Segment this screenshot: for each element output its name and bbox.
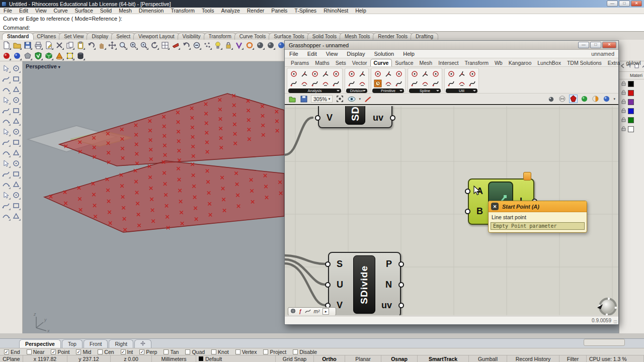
status-cell-2[interactable]: y 237.12	[67, 355, 111, 362]
menu-tools[interactable]: Tools	[198, 8, 218, 14]
menu-panels[interactable]: Panels	[268, 8, 291, 14]
toolbar-tab-mesh-tools[interactable]: Mesh Tools	[340, 33, 375, 40]
lamp-icon[interactable]	[213, 40, 222, 50]
osnap-knot[interactable]: Knot	[211, 349, 229, 355]
gh-minimize-button[interactable]: —	[578, 42, 589, 48]
solid-box-tool-icon[interactable]	[1, 126, 11, 137]
input-port-U[interactable]	[325, 282, 331, 288]
toolbar-tab-display[interactable]: Display	[87, 33, 113, 40]
script-widget-icon[interactable]: ƒ	[299, 309, 302, 314]
gh-menu-display[interactable]: Display	[342, 51, 369, 57]
dark-solid-icon[interactable]	[75, 51, 85, 60]
toolbar-tab-viewport-layout[interactable]: Viewport Layout	[133, 33, 180, 40]
sphere-dark-1-icon[interactable]	[255, 40, 265, 50]
cut-icon[interactable]	[54, 40, 64, 50]
shaded-display-icon[interactable]	[569, 95, 578, 103]
length-icon[interactable]	[331, 78, 341, 88]
set-view-icon[interactable]	[171, 40, 180, 50]
gh-tab-intersect[interactable]: Intersect	[435, 59, 461, 66]
gh-component-sdivide[interactable]: SDivideSUVPNuv	[328, 252, 401, 315]
layer-green-swatch[interactable]	[628, 117, 634, 123]
layer-red-row[interactable]	[619, 88, 644, 98]
tween-curve-icon[interactable]	[430, 78, 441, 88]
extend-curve-icon[interactable]	[456, 78, 467, 88]
zoom-dynamic-icon[interactable]	[118, 40, 127, 50]
open-file-icon[interactable]	[12, 40, 22, 50]
render-red-sphere-icon[interactable]	[2, 51, 11, 60]
layer-white-row[interactable]	[619, 125, 644, 134]
layer-purple-row[interactable]	[619, 98, 644, 107]
discontinuity-icon[interactable]	[299, 78, 309, 88]
offset-tool-icon[interactable]	[11, 168, 21, 179]
custom-preview-icon[interactable]	[591, 95, 600, 103]
line-sdl-icon[interactable]	[383, 78, 393, 88]
gh-close-button[interactable]: ✕	[602, 42, 616, 48]
surface-revolve-tool-icon[interactable]	[1, 137, 11, 147]
copy-icon[interactable]	[65, 40, 74, 50]
osnap-knot-checkbox[interactable]	[211, 349, 216, 354]
canvas-compass-widget[interactable]	[596, 296, 618, 315]
gh-tab-params[interactable]: Params	[288, 59, 312, 66]
menu-help[interactable]: Help	[352, 8, 370, 14]
join-curves-icon[interactable]	[446, 69, 456, 78]
gh-tab-extra[interactable]: Extra	[605, 59, 623, 66]
osnap-quad[interactable]: Quad	[185, 349, 205, 355]
ellipse-tool-icon[interactable]	[11, 84, 21, 95]
osnap-tan[interactable]: Tan	[164, 349, 179, 355]
chamfer-tool-icon[interactable]	[11, 158, 21, 168]
gh-tab-vector[interactable]: Vector	[349, 59, 370, 66]
new-viewport-icon[interactable]	[134, 339, 151, 348]
menu-transform[interactable]: Transform	[167, 8, 198, 14]
menu-solid[interactable]: Solid	[97, 8, 115, 14]
bezier-span-icon[interactable]	[420, 69, 430, 78]
osnap-vertex[interactable]: Vertex	[235, 349, 257, 355]
grasshopper-titlebar[interactable]: Grasshopper - unnamed — □ ✕	[285, 41, 618, 50]
menu-rhinonest[interactable]: RhinoNest	[320, 8, 352, 14]
solid-sphere-tool-icon[interactable]	[11, 126, 21, 137]
input-port-A[interactable]	[465, 189, 470, 194]
boolean-split-tool-icon[interactable]	[11, 147, 21, 158]
output-port-uv[interactable]	[390, 115, 395, 121]
osnap-project-checkbox[interactable]	[263, 349, 268, 354]
red-slab-upper[interactable]	[59, 94, 284, 166]
menu-analyze[interactable]: Analyze	[217, 8, 243, 14]
lock-icon[interactable]	[621, 108, 626, 114]
output-port-P[interactable]	[398, 261, 404, 267]
open-document-icon[interactable]	[288, 95, 296, 103]
transform-tool-icon[interactable]	[11, 200, 21, 211]
osnap-perp[interactable]: ✓Perp	[139, 349, 157, 355]
kinky-curve-icon[interactable]	[420, 78, 430, 88]
line-icon[interactable]	[372, 69, 383, 78]
surface-curve-tool-icon[interactable]	[11, 116, 21, 126]
layer-purple-swatch[interactable]	[628, 99, 634, 105]
paint-brush-icon[interactable]	[364, 95, 372, 103]
curve-handle-tool-icon[interactable]	[11, 105, 21, 116]
zoom-selected-icon[interactable]	[139, 40, 148, 50]
circle-tool-icon[interactable]	[245, 40, 254, 50]
curvature-icon[interactable]	[288, 78, 299, 88]
osnap-disable-checkbox[interactable]	[293, 349, 298, 354]
view-tab-top[interactable]: Top	[62, 339, 83, 348]
preview-eye-icon[interactable]	[347, 95, 356, 103]
fillet-tool-icon[interactable]	[1, 158, 11, 168]
status-cell-1[interactable]: x 1197.82	[23, 355, 67, 362]
menu-t-splines[interactable]: T-Splines	[291, 8, 320, 14]
closest-point-icon[interactable]	[299, 69, 309, 78]
sphere-dark-2-icon[interactable]	[266, 40, 275, 50]
select-points-icon[interactable]	[202, 40, 212, 50]
expand-widgets-button[interactable]: ▸	[323, 308, 329, 315]
osnap-end-checkbox[interactable]: ✓	[4, 349, 9, 354]
interpolate-icon[interactable]	[409, 69, 420, 78]
toolbar-tab-curve-tools[interactable]: Curve Tools	[234, 33, 271, 40]
save-document-icon[interactable]	[299, 95, 308, 103]
gh-menu-file[interactable]: File	[285, 51, 303, 57]
menu-curve[interactable]: Curve	[50, 8, 71, 14]
arc-3pt-icon[interactable]	[393, 78, 404, 88]
ribbon-group-label-spline[interactable]: Spline	[409, 88, 441, 93]
point-cloud-tool-icon[interactable]	[11, 179, 21, 190]
polyline-icon[interactable]	[430, 69, 441, 78]
osnap-mid-checkbox[interactable]: ✓	[76, 349, 81, 354]
gh-tab-mesh[interactable]: Mesh	[417, 59, 436, 66]
gh-tab-surface[interactable]: Surface	[392, 59, 416, 66]
paste-icon[interactable]	[75, 40, 85, 50]
